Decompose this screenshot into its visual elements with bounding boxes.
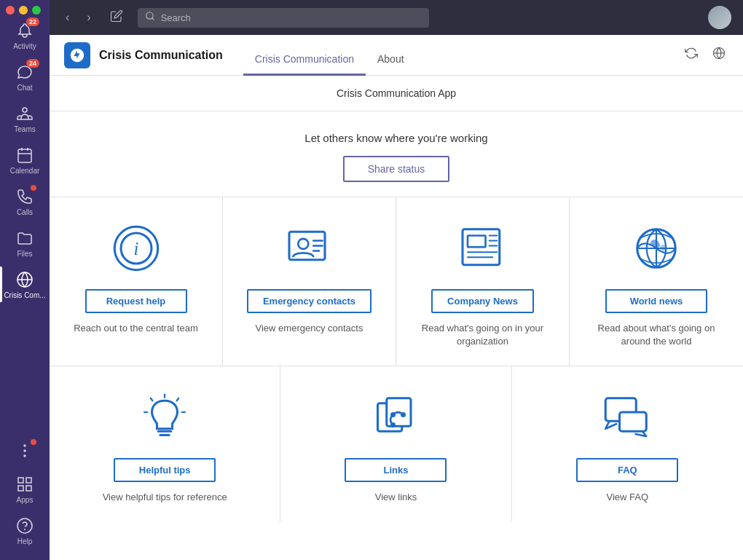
- back-button[interactable]: ‹: [61, 8, 74, 27]
- card-emergency-contacts[interactable]: Emergency contacts View emergency contac…: [223, 197, 396, 366]
- world-news-desc: Read about what's going on around the wo…: [584, 322, 728, 348]
- crisis-icon: [15, 269, 35, 290]
- content-area: Crisis Communication App Let others know…: [50, 76, 743, 560]
- tab-crisis-communication[interactable]: Crisis Communication: [243, 47, 366, 76]
- close-button[interactable]: [6, 6, 15, 15]
- faq-icon: [598, 388, 656, 446]
- sidebar: 22 Activity 24 Chat Teams: [0, 0, 50, 560]
- avatar[interactable]: [708, 6, 731, 29]
- card-links[interactable]: Links View links: [280, 366, 511, 521]
- main-area: ‹ › Crisis Communication: [50, 0, 743, 560]
- more-badge-dot: [31, 439, 36, 445]
- title-bar: ‹ ›: [50, 0, 743, 35]
- svg-point-13: [17, 518, 32, 533]
- helpful-tips-desc: View helpful tips for reference: [103, 491, 227, 504]
- world-news-button[interactable]: World news: [605, 289, 707, 313]
- apps-icon: [15, 474, 35, 494]
- content-inner: Crisis Communication App Let others know…: [50, 76, 743, 560]
- request-help-button[interactable]: Request help: [85, 289, 187, 313]
- company-news-desc: Read what's going on in your organizatio…: [411, 322, 554, 348]
- chat-badge: 24: [26, 59, 39, 68]
- compose-button[interactable]: [104, 7, 129, 28]
- svg-point-48: [401, 412, 406, 417]
- sidebar-bottom: Apps Help: [0, 435, 50, 560]
- card-company-news[interactable]: Company News Read what's going on in you…: [396, 197, 570, 366]
- svg-point-24: [298, 239, 308, 249]
- calendar-icon: [15, 145, 35, 165]
- svg-rect-0: [18, 149, 31, 162]
- minimize-button[interactable]: [19, 6, 28, 15]
- svg-line-41: [151, 398, 153, 401]
- sidebar-item-calendar[interactable]: Calendar: [0, 139, 50, 181]
- more-icon: [15, 441, 35, 461]
- request-help-icon: i: [107, 219, 165, 277]
- sidebar-item-files-label: Files: [17, 250, 32, 258]
- faq-desc: View FAQ: [607, 491, 649, 504]
- sidebar-item-chat-label: Chat: [17, 84, 32, 92]
- title-bar-right: [708, 6, 731, 29]
- helpful-tips-button[interactable]: Helpful tips: [114, 458, 216, 482]
- share-status-button[interactable]: Share status: [343, 156, 450, 182]
- sidebar-item-calls[interactable]: Calls: [0, 181, 50, 222]
- svg-point-8: [24, 455, 25, 457]
- sidebar-item-calls-label: Calls: [17, 208, 33, 216]
- svg-rect-29: [468, 236, 486, 248]
- sidebar-item-files[interactable]: Files: [0, 222, 50, 264]
- maximize-button[interactable]: [32, 6, 41, 15]
- company-news-button[interactable]: Company News: [431, 289, 534, 313]
- app-header: Crisis Communication Crisis Communicatio…: [50, 35, 743, 76]
- app-header-right: [682, 44, 728, 66]
- sidebar-item-crisis[interactable]: Crisis Com...: [0, 264, 50, 305]
- files-icon: [15, 228, 35, 248]
- svg-rect-11: [18, 486, 23, 491]
- emergency-contacts-icon: [280, 219, 339, 277]
- app-icon: [64, 42, 90, 68]
- search-container: [138, 8, 429, 28]
- svg-point-7: [24, 450, 25, 451]
- svg-point-6: [24, 445, 25, 446]
- activity-badge: 22: [26, 17, 39, 26]
- app-title: Crisis Communication: [99, 49, 223, 62]
- links-button[interactable]: Links: [345, 458, 447, 482]
- svg-rect-10: [26, 478, 31, 483]
- emergency-contacts-button[interactable]: Emergency contacts: [247, 289, 372, 313]
- share-status-text: Let others know where you're working: [61, 132, 731, 144]
- cards-row2: Helpful tips View helpful tips for refer…: [50, 366, 743, 521]
- sidebar-item-help[interactable]: Help: [0, 510, 50, 551]
- request-help-desc: Reach out to the central team: [74, 322, 198, 335]
- app-tabs: Crisis Communication About: [243, 35, 416, 75]
- svg-text:i: i: [133, 239, 138, 259]
- teams-icon: [15, 103, 35, 124]
- card-helpful-tips[interactable]: Helpful tips View helpful tips for refer…: [50, 366, 280, 521]
- card-faq[interactable]: FAQ View FAQ: [512, 366, 743, 521]
- globe-button[interactable]: [709, 44, 728, 66]
- svg-line-42: [177, 398, 179, 401]
- forward-button[interactable]: ›: [82, 8, 95, 27]
- sidebar-item-chat[interactable]: 24 Chat: [0, 56, 50, 98]
- refresh-button[interactable]: [682, 44, 701, 66]
- helpful-tips-icon: [135, 388, 194, 446]
- search-input[interactable]: [138, 8, 429, 28]
- sidebar-item-calendar-label: Calendar: [10, 167, 40, 175]
- world-news-icon: [627, 219, 685, 277]
- share-status-section: Let others know where you're working Sha…: [50, 111, 743, 197]
- cards-row1: i Request help Reach out to the central …: [50, 197, 743, 366]
- company-news-icon: [454, 219, 512, 277]
- links-icon: [366, 388, 425, 446]
- content-title: Crisis Communication App: [50, 76, 743, 111]
- svg-rect-9: [18, 478, 23, 483]
- card-request-help[interactable]: i Request help Reach out to the central …: [50, 197, 223, 366]
- svg-rect-51: [620, 412, 647, 431]
- sidebar-item-apps-label: Apps: [17, 496, 34, 504]
- sidebar-item-more[interactable]: [0, 435, 50, 468]
- tab-about[interactable]: About: [366, 47, 416, 76]
- svg-point-49: [390, 422, 396, 427]
- sidebar-item-teams[interactable]: Teams: [0, 98, 50, 139]
- svg-point-47: [390, 412, 396, 417]
- card-world-news[interactable]: World news Read about what's going on ar…: [570, 197, 743, 366]
- sidebar-item-apps[interactable]: Apps: [0, 468, 50, 510]
- svg-rect-12: [26, 486, 31, 491]
- emergency-contacts-desc: View emergency contacts: [256, 322, 363, 335]
- sidebar-item-activity[interactable]: 22 Activity: [0, 15, 50, 56]
- faq-button[interactable]: FAQ: [576, 458, 678, 482]
